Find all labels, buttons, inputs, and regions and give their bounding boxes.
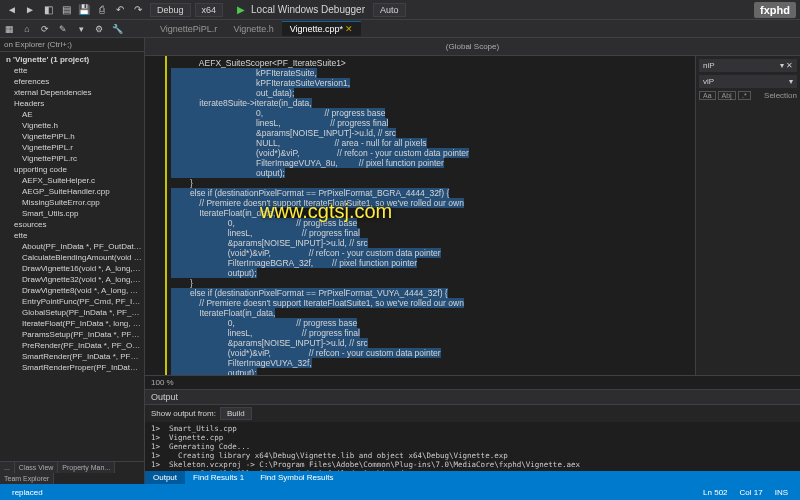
save-icon[interactable]: 💾 <box>76 2 92 18</box>
search-header[interactable]: on Explorer (Ctrl+;) <box>0 38 144 52</box>
output-tab[interactable]: Find Symbol Results <box>252 471 341 484</box>
tree-node[interactable]: SmartRenderProper(PF_InData *, PF_Effect… <box>0 362 144 373</box>
output-tab[interactable]: Output <box>145 471 185 484</box>
tree-node[interactable]: DrawVignette16(void *, A_long, A_long, P… <box>0 263 144 274</box>
tree-node[interactable]: DrawVignette8(void *, A_long, A_long, PF… <box>0 285 144 296</box>
output-title: Output <box>145 390 800 405</box>
redo-icon[interactable]: ↷ <box>130 2 146 18</box>
status-bar: replaced Ln 502 Col 17 INS <box>0 484 800 500</box>
sidebar-tab[interactable]: ... <box>0 462 15 473</box>
find-field-1[interactable]: niP▾ ✕ <box>699 59 797 72</box>
sidebar-tab[interactable]: Team Explorer <box>0 473 54 484</box>
watermark-logo: fxphd <box>754 2 796 18</box>
document-tabs: VignettePiPL.r Vignette.h Vignette.cpp*✕ <box>152 21 361 36</box>
tree-node[interactable]: Vignette.h <box>0 120 144 131</box>
collapse-icon[interactable]: ▦ <box>1 21 17 37</box>
tree-node[interactable]: IterateFloat(PF_InData *, long, long, PF… <box>0 318 144 329</box>
tree-node[interactable]: AEGP_SuiteHandler.cpp <box>0 186 144 197</box>
forward-icon[interactable]: ► <box>22 2 38 18</box>
tree-node[interactable]: GlobalSetup(PF_InData *, PF_OutData *, P… <box>0 307 144 318</box>
regex-icon[interactable]: .* <box>738 91 751 100</box>
show-from-label: Show output from: <box>151 409 216 418</box>
gutter <box>145 56 167 375</box>
tree-node[interactable]: EntryPointFunc(PF_Cmd, PF_InData *, PF_O… <box>0 296 144 307</box>
navigation-bar[interactable]: (Global Scope) <box>145 38 800 56</box>
home-icon[interactable]: ⌂ <box>19 21 35 37</box>
save-all-icon[interactable]: ⎙ <box>94 2 110 18</box>
tree-node[interactable]: AEFX_SuiteHelper.c <box>0 175 144 186</box>
whole-word-icon[interactable]: Ab| <box>718 91 736 100</box>
tree-node[interactable]: ette <box>0 65 144 76</box>
zoom-level[interactable]: 100 % <box>145 375 800 389</box>
tree-node[interactable]: About(PF_InData *, PF_OutData *, PF_Para… <box>0 241 144 252</box>
project-node[interactable]: n 'Vignette' (1 project) <box>0 54 144 65</box>
tab-vignette-h[interactable]: Vignette.h <box>225 22 281 36</box>
find-panel: niP▾ ✕ viP▾ Aa Ab| .* Selection <box>695 56 800 375</box>
output-toolbar: Show output from: Build <box>145 405 800 422</box>
config-dropdown[interactable]: Debug <box>150 3 191 17</box>
main-toolbar: ◄ ► ◧ ▤ 💾 ⎙ ↶ ↷ Debug x64 ▶ Local Window… <box>0 0 800 20</box>
solution-tree[interactable]: n 'Vignette' (1 project)etteeferencesxte… <box>0 52 144 461</box>
sidebar-tab[interactable]: Class View <box>15 462 59 473</box>
tree-node[interactable]: ette <box>0 230 144 241</box>
scope-label[interactable]: Selection <box>764 91 797 100</box>
status-col: Col 17 <box>740 488 763 497</box>
scope-center[interactable]: (Global Scope) <box>366 42 579 51</box>
tree-node[interactable]: CalculateBlendingAmount(void *, A_long, … <box>0 252 144 263</box>
back-icon[interactable]: ◄ <box>4 2 20 18</box>
sidebar-tabs: ...Class ViewProperty Man...Team Explore… <box>0 461 144 484</box>
secondary-toolbar: ▦ ⌂ ⟳ ✎ ▾ ⚙ 🔧 VignettePiPL.r Vignette.h … <box>0 20 800 38</box>
tab-vignette-cpp[interactable]: Vignette.cpp*✕ <box>282 21 361 36</box>
undo-icon[interactable]: ↶ <box>112 2 128 18</box>
solution-explorer: on Explorer (Ctrl+;) n 'Vignette' (1 pro… <box>0 38 145 484</box>
tree-node[interactable]: Headers <box>0 98 144 109</box>
output-tabstrip: OutputFind Results 1Find Symbol Results <box>145 471 800 484</box>
show-from-dropdown[interactable]: Build <box>220 407 252 420</box>
debugger-label[interactable]: Local Windows Debugger <box>251 4 365 15</box>
open-icon[interactable]: ▤ <box>58 2 74 18</box>
tree-node[interactable]: AE <box>0 109 144 120</box>
prop-icon[interactable]: ⚙ <box>91 21 107 37</box>
output-panel: Output Show output from: Build 1> Smart_… <box>145 389 800 484</box>
status-ins: INS <box>775 488 788 497</box>
status-left: replaced <box>12 488 43 497</box>
brush-icon[interactable]: ✎ <box>55 21 71 37</box>
new-icon[interactable]: ◧ <box>40 2 56 18</box>
code-editor[interactable]: AEFX_SuiteScoper<PF_IterateSuite1> kPFIt… <box>145 56 800 375</box>
filter-icon[interactable]: ▾ <box>73 21 89 37</box>
tree-node[interactable]: VignettePiPL.rc <box>0 153 144 164</box>
auto-dropdown[interactable]: Auto <box>373 3 406 17</box>
tree-node[interactable]: MissingSuiteError.cpp <box>0 197 144 208</box>
output-tab[interactable]: Find Results 1 <box>185 471 252 484</box>
tree-node[interactable]: VignettePiPL.r <box>0 142 144 153</box>
tree-node[interactable]: upporting code <box>0 164 144 175</box>
match-case-icon[interactable]: Aa <box>699 91 716 100</box>
tree-node[interactable]: SmartRender(PF_InData *, PF_OutData *, P… <box>0 351 144 362</box>
tree-node[interactable]: Smart_Utils.cpp <box>0 208 144 219</box>
play-icon[interactable]: ▶ <box>233 2 249 18</box>
tree-node[interactable]: ParamsSetup(PF_InData *, PF_OutData *, P… <box>0 329 144 340</box>
tree-node[interactable]: esources <box>0 219 144 230</box>
platform-dropdown[interactable]: x64 <box>195 3 224 17</box>
output-text[interactable]: 1> Smart_Utils.cpp 1> Vignette.cpp 1> Ge… <box>145 422 800 471</box>
sync-icon[interactable]: ⟳ <box>37 21 53 37</box>
wrench-icon[interactable]: 🔧 <box>109 21 125 37</box>
tree-node[interactable]: PreRender(PF_InData *, PF_OutData *, PF_… <box>0 340 144 351</box>
tree-node[interactable]: xternal Dependencies <box>0 87 144 98</box>
tree-node[interactable]: DrawVignette32(void *, A_long, A_long, P… <box>0 274 144 285</box>
tree-node[interactable]: eferences <box>0 76 144 87</box>
tab-vignettepipl[interactable]: VignettePiPL.r <box>152 22 225 36</box>
status-line: Ln 502 <box>703 488 727 497</box>
editor-area: (Global Scope) AEFX_SuiteScoper<PF_Itera… <box>145 38 800 484</box>
sidebar-tab[interactable]: Property Man... <box>58 462 115 473</box>
find-field-2[interactable]: viP▾ <box>699 75 797 88</box>
tree-node[interactable]: VignettePiPL.h <box>0 131 144 142</box>
